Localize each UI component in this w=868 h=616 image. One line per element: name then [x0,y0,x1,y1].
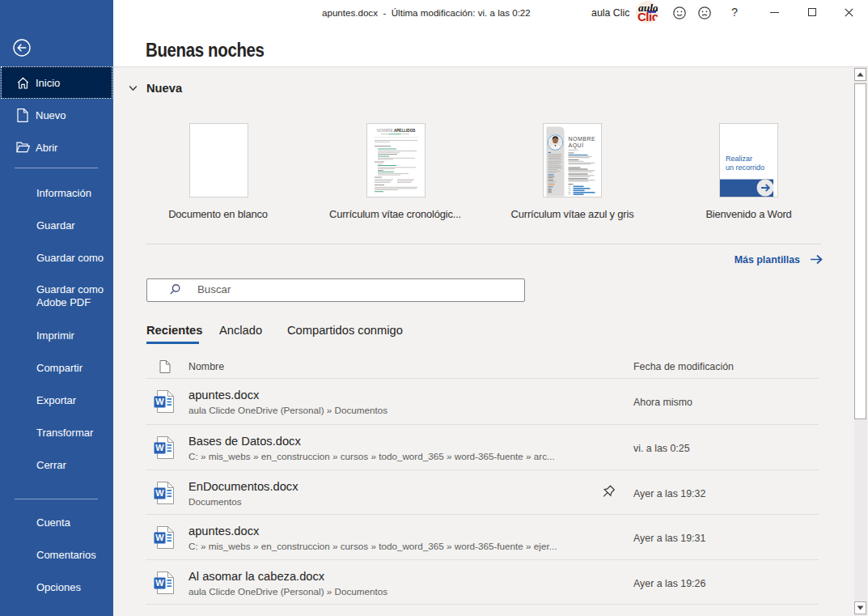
svg-text:AQUÍ: AQUÍ [569,142,584,149]
svg-text:NOMBRE APELLIDOS: NOMBRE APELLIDOS [376,129,415,133]
svg-text:W: W [155,578,164,588]
svg-text:W: W [155,397,164,406]
svg-text:Realizar: Realizar [726,155,752,163]
svg-text:W: W [155,533,164,542]
svg-text:un recorrido: un recorrido [726,164,764,172]
svg-text:W: W [155,488,164,498]
svg-text:NOMBRE: NOMBRE [569,136,596,142]
svg-text:W: W [155,443,164,452]
